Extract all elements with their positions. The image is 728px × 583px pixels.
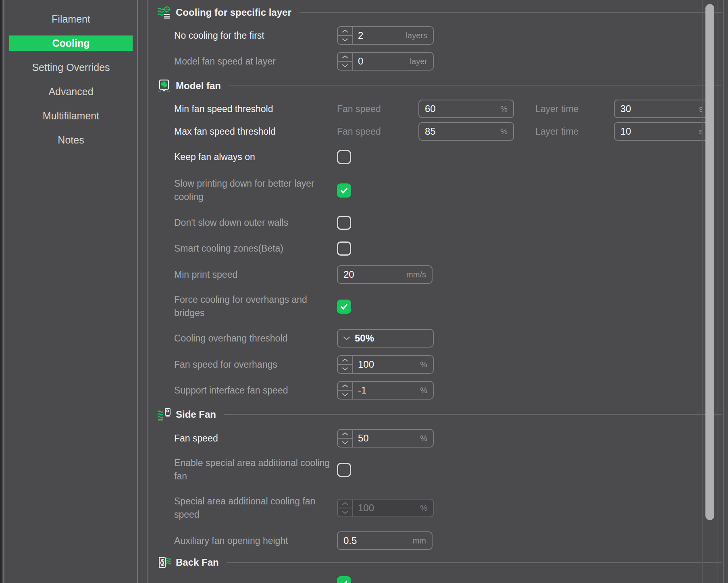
back-fan-icon	[157, 556, 171, 569]
input-unit: mm/s	[406, 270, 426, 279]
input-unit: %	[420, 434, 427, 443]
checkbox-unchecked[interactable]	[337, 216, 351, 230]
spinner-input[interactable]: 50%	[337, 429, 434, 448]
setting-row-checkbox	[174, 571, 728, 583]
settings-panel: Cooling for specific layerNo cooling for…	[148, 0, 728, 583]
setting-label: Special area additional cooling fan spee…	[174, 495, 337, 521]
spinner-down-button[interactable]	[338, 62, 352, 70]
setting-row-fan-speed: Fan speed50%	[174, 426, 728, 451]
spinner-up-button[interactable]	[338, 53, 352, 62]
checkbox-checked[interactable]	[337, 576, 351, 583]
input-value: 20	[338, 269, 354, 280]
setting-row-cooling-overhang-threshold: Cooling overhang threshold50%	[174, 325, 728, 352]
setting-row-force-cooling-for-overhangs-and-bridges: Force cooling for overhangs and bridges	[174, 288, 728, 325]
field-sublabel: Fan speed	[337, 104, 418, 115]
spinner-input[interactable]: -1%	[337, 381, 434, 400]
spinner-input[interactable]: 0layer	[337, 52, 434, 71]
input-value: 10	[615, 126, 631, 137]
sidebar-item-label: Filament	[52, 13, 90, 25]
spinner-buttons	[338, 53, 353, 70]
spinner-input[interactable]: 100%	[337, 355, 434, 374]
checkmark-icon	[339, 185, 349, 196]
input-unit: %	[420, 386, 427, 395]
setting-label: Slow printing down for better layer cool…	[174, 177, 337, 204]
setting-row-support-interface-fan-speed: Support interface fan speed-1%	[174, 377, 728, 403]
scrollbar-thumb[interactable]	[705, 4, 714, 520]
dropdown-select[interactable]: 50%	[337, 329, 434, 348]
setting-row-keep-fan-always-on: Keep fan always on	[174, 143, 728, 171]
input-unit: %	[500, 104, 508, 114]
spinner-down-button[interactable]	[338, 508, 352, 516]
spinner-up-button[interactable]	[338, 356, 352, 365]
setting-label: Model fan speed at layer	[174, 55, 337, 68]
filament-settings-window: FilamentCoolingSetting OverridesAdvanced…	[0, 0, 728, 583]
setting-row-no-cooling-for-the-first: No cooling for the first2layers	[174, 23, 728, 48]
sidebar-item-label: Multifilament	[43, 110, 99, 122]
spinner-buttons	[338, 382, 353, 399]
section-divider	[224, 414, 722, 415]
section-divider	[229, 85, 722, 86]
spinner-down-button[interactable]	[338, 439, 352, 447]
spinner-down-button[interactable]	[338, 365, 352, 373]
setting-label: Keep fan always on	[174, 150, 337, 164]
spinner-up-button[interactable]	[338, 430, 352, 439]
sidebar-item-cooling[interactable]: Cooling	[9, 35, 133, 51]
text-input[interactable]: 20mm/s	[337, 265, 433, 284]
checkbox-checked[interactable]	[337, 300, 351, 314]
text-input[interactable]: 60%	[418, 100, 514, 118]
sidebar-nav: FilamentCoolingSetting OverridesAdvanced…	[4, 0, 138, 583]
spinner-up-button[interactable]	[338, 27, 352, 36]
input-value: 60	[419, 103, 436, 115]
checkbox-unchecked[interactable]	[337, 463, 351, 477]
sidebar-item-advanced[interactable]: Advanced	[9, 84, 133, 99]
setting-label: Auxiliary fan opening height	[174, 534, 337, 548]
setting-row-min-fan-speed-threshold: Min fan speed thresholdFan speed60%Layer…	[174, 98, 728, 120]
input-value: 0.5	[338, 535, 357, 546]
text-input[interactable]: 30s	[614, 100, 709, 118]
spinner-down-button[interactable]	[338, 36, 352, 44]
checkmark-icon	[339, 578, 349, 583]
setting-label: No cooling for the first	[174, 29, 337, 42]
text-input[interactable]: 0.5mm	[337, 531, 433, 550]
setting-label: Max fan speed threshold	[174, 125, 337, 138]
section-title: Side Fan	[176, 409, 216, 420]
setting-label: Fan speed for overhangs	[174, 358, 337, 371]
model-fan-icon	[157, 79, 171, 93]
setting-label: Min print speed	[174, 268, 337, 281]
side-fan-icon	[157, 408, 171, 421]
spinner-up-button[interactable]	[338, 382, 352, 391]
sidebar-item-notes[interactable]: Notes	[9, 132, 133, 148]
spinner-buttons	[338, 27, 353, 44]
text-input[interactable]: 10s	[614, 122, 709, 141]
sidebar-item-filament[interactable]: Filament	[9, 11, 133, 27]
spinner-input[interactable]: 2layers	[337, 26, 434, 45]
setting-label: Enable special area additional cooling f…	[174, 456, 337, 483]
setting-row-slow-printing-down-for-better-layer-cooling: Slow printing down for better layer cool…	[174, 171, 728, 210]
checkbox-unchecked[interactable]	[337, 242, 351, 256]
section-divider	[300, 12, 722, 13]
input-value: 50	[353, 433, 369, 444]
spinner-input[interactable]: 100%	[337, 499, 434, 517]
spinner-buttons	[338, 500, 353, 516]
text-input[interactable]: 85%	[418, 122, 514, 141]
input-value: 0	[353, 56, 363, 67]
setting-label: Smart cooling zones(Beta)	[174, 242, 337, 255]
setting-label: Min fan speed threshold	[174, 102, 337, 116]
spinner-buttons	[338, 430, 353, 447]
spinner-up-button[interactable]	[338, 500, 352, 508]
input-value: 100	[353, 359, 374, 370]
setting-label: Force cooling for overhangs and bridges	[174, 293, 337, 320]
checkbox-unchecked[interactable]	[337, 150, 351, 164]
spinner-down-button[interactable]	[338, 391, 352, 399]
setting-row-special-area-additional-cooling-fan-speed: Special area additional cooling fan spee…	[174, 489, 728, 527]
field-sublabel: Fan speed	[337, 126, 418, 137]
chevron-down-icon	[343, 336, 351, 341]
setting-row-min-print-speed: Min print speed20mm/s	[174, 261, 728, 288]
sidebar-item-multifilament[interactable]: Multifilament	[9, 108, 133, 123]
setting-row-auxiliary-fan-opening-height: Auxiliary fan opening height0.5mm	[174, 527, 728, 554]
setting-row-max-fan-speed-threshold: Max fan speed thresholdFan speed85%Layer…	[174, 120, 728, 143]
sidebar-item-setting-overrides[interactable]: Setting Overrides	[9, 60, 133, 75]
input-value: 85	[419, 126, 436, 137]
checkbox-checked[interactable]	[337, 183, 351, 198]
sidebar-item-label: Notes	[58, 134, 84, 146]
